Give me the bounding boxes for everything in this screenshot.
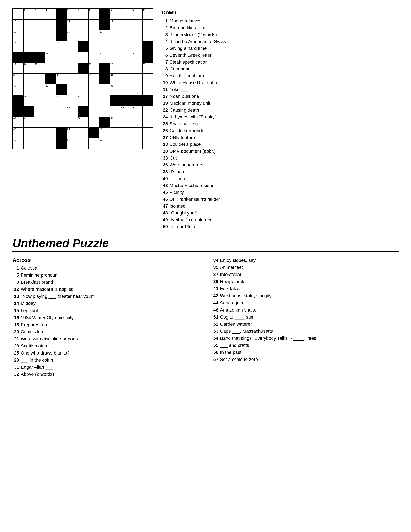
- down-clue-item: 26Castle surrounder: [162, 127, 399, 134]
- grid-cell: [77, 30, 88, 41]
- grid-cell: 42: [34, 106, 45, 117]
- clue-text: Band that sings "Everybody Talks" - ____…: [220, 335, 399, 342]
- clue-text: Dr. Frankenstein's helper: [170, 196, 220, 203]
- grid-cell: [142, 19, 153, 30]
- grid-cell: 32: [56, 73, 67, 84]
- grid-cell: 11: [142, 9, 153, 19]
- grid-cell: [45, 138, 56, 149]
- across-clue-item: 25One who draws blanks?: [12, 350, 199, 357]
- down-clue-item: 11Yoko ___: [162, 86, 399, 93]
- clue-text: Garden waterer: [220, 321, 399, 328]
- grid-cell: [142, 52, 153, 63]
- grid-cell: [34, 73, 45, 84]
- grid-cell: [121, 30, 132, 41]
- grid-cell: [121, 127, 132, 138]
- grid-cell: [88, 30, 99, 41]
- grid-cell: [45, 106, 56, 117]
- clue-text: Interstellar: [220, 271, 399, 278]
- grid-cell: [132, 63, 142, 73]
- grid-cell: 7: [88, 9, 99, 19]
- down-clue-item: 24It rhymes with "Freaky": [162, 114, 399, 120]
- clue-number: 17: [162, 93, 168, 100]
- across-clue-item: 20Cupid's kin: [12, 328, 199, 335]
- grid-cell: [121, 63, 132, 73]
- clue-text: Leg joint: [21, 307, 199, 314]
- grid-cell: [77, 84, 88, 95]
- grid-cell: 37: [67, 84, 77, 95]
- grid-cell: 22: [77, 52, 88, 63]
- clue-number: 32: [12, 371, 19, 378]
- grid-cell: [99, 19, 110, 30]
- clue-number: 36: [162, 162, 168, 168]
- grid-cell: [45, 19, 56, 30]
- grid-cell: 26: [23, 63, 34, 73]
- clue-number: 46: [162, 196, 168, 203]
- clue-number: 6: [162, 52, 168, 59]
- grid-cell: 27: [34, 63, 45, 73]
- clue-text: CNN feature: [170, 134, 195, 141]
- clue-text: Breathe like a dog: [170, 24, 206, 31]
- grid-cell: [77, 73, 88, 84]
- clue-text: DMV document (abbr.): [170, 148, 215, 155]
- clue-number: 44: [212, 299, 218, 306]
- grid-cell: [13, 52, 23, 63]
- grid-cell: 6: [77, 9, 88, 19]
- clue-text: Cape ___, Massachusetts: [220, 328, 399, 335]
- clue-text: "Understood" (2 words): [170, 31, 217, 38]
- down-heading: Down: [162, 9, 399, 16]
- clue-number: 37: [212, 271, 218, 278]
- across-clue-item: 34Enjoy slopes, say: [212, 257, 399, 264]
- grid-cell: [121, 73, 132, 84]
- grid-cell: [34, 95, 45, 106]
- clue-text: Has the final turn: [170, 72, 204, 79]
- grid-cell: [132, 95, 142, 106]
- grid-cell: 9: [121, 9, 132, 19]
- clue-text: ___-mo: [170, 175, 185, 182]
- clue-text: Noah built one: [170, 93, 199, 100]
- clue-text: In the past: [220, 349, 399, 356]
- grid-cell: [110, 52, 121, 63]
- clue-number: 34: [212, 257, 218, 264]
- grid-cell: [132, 84, 142, 95]
- across-clue-item: 12Where mascara is applied: [12, 286, 199, 293]
- across-clue-item: 31Edgar Allan ___: [12, 364, 199, 371]
- clue-number: 55: [212, 342, 218, 349]
- clue-number: 10: [162, 79, 168, 86]
- grid-cell: 56: [67, 138, 77, 149]
- puzzle-title: Unthemed Puzzle: [12, 236, 399, 250]
- clue-text: Prepares tea: [21, 321, 199, 328]
- grid-cell: 24: [132, 52, 142, 63]
- across-clue-item: 21Word with discipline or portrait: [12, 335, 199, 342]
- clue-text: Colossal: [21, 265, 199, 272]
- clue-text: Folk tales: [220, 285, 399, 292]
- grid-cell: [56, 63, 67, 73]
- grid-cell: [142, 30, 153, 41]
- grid-cell: 55: [13, 138, 23, 149]
- clue-number: 5: [162, 45, 168, 52]
- clue-number: 26: [162, 127, 168, 134]
- clue-number: 21: [12, 335, 19, 342]
- clue-number: 48: [162, 209, 168, 216]
- grid-cell: [99, 84, 110, 95]
- grid-cell: 8: [110, 9, 121, 19]
- clue-text: ___ and crafts: [220, 342, 399, 349]
- clue-number: 1: [12, 265, 19, 272]
- grid-cell: 48: [13, 117, 23, 127]
- clue-number: 40: [162, 175, 168, 182]
- clue-number: 30: [162, 148, 168, 155]
- clue-number: 49: [162, 216, 168, 223]
- grid-cell: 14: [110, 19, 121, 30]
- grid-cell: [45, 95, 56, 106]
- grid-cell: 33: [88, 73, 99, 84]
- grid-cell: [110, 95, 121, 106]
- grid-cell: [142, 127, 153, 138]
- across-clue-item: 54Band that sings "Everybody Talks" - __…: [212, 335, 399, 342]
- grid-cell: 28: [88, 63, 99, 73]
- clue-text: "Caught you!": [170, 209, 197, 216]
- grid-cell: 43: [67, 106, 77, 117]
- clue-text: Causing death: [170, 107, 199, 114]
- across-clue-item: 29___ in the coffin: [12, 357, 199, 364]
- down-clue-item: 7Steak specification: [162, 59, 399, 66]
- across-clue-item: 39Recipe amts.: [212, 278, 399, 285]
- across-clue-item: 5Feminine pronoun: [12, 272, 199, 279]
